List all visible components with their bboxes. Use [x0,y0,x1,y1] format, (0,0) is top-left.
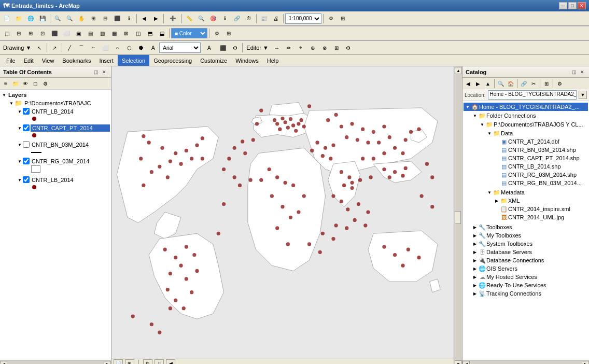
forward-button[interactable]: ▶ [150,13,162,24]
catalog-float-button[interactable]: ◫ [570,68,578,76]
cat-connect[interactable]: 🔗 [519,79,528,88]
cat-disconnect[interactable]: ✂ [529,79,538,88]
layer4-expand[interactable]: ▼ [17,158,23,165]
minimize-button[interactable]: ─ [559,2,567,9]
ed-btn5[interactable]: ⊗ [319,42,330,53]
catalog-close-button[interactable]: ✕ [579,68,586,76]
layer2-expand[interactable]: ▼ [17,124,23,132]
layer3-label[interactable]: CNTR_BN_03M_2014 [31,141,110,148]
drawing-label[interactable]: Drawing ▼ [1,44,33,52]
draw-polygon[interactable]: ⬡ [123,42,135,53]
menu-selection[interactable]: Selection [118,55,149,66]
layout-btn[interactable]: 📰 [258,13,270,24]
layers-label[interactable]: Layers [7,91,110,99]
map-scroll-up[interactable]: ▲ [455,67,462,74]
pdocs-expand[interactable]: ▼ [479,121,485,128]
map-refresh-btn[interactable]: ↻ [143,359,152,365]
tb2-6[interactable]: ⬜ [61,27,72,39]
layer5-expand[interactable]: ▼ [17,176,23,184]
save-button[interactable]: 💾 [37,13,48,24]
close-button[interactable]: ✕ [578,2,586,9]
select-button[interactable]: ⬛ [111,13,123,24]
cat-db-connections-row[interactable]: ▶ 🔌 Database Connections [471,256,588,264]
xml-folder-expand[interactable]: ▶ [494,197,500,204]
cat-up[interactable]: ▲ [483,79,493,88]
map-scroll-down[interactable]: ▼ [455,360,462,364]
menu-help[interactable]: Help [263,55,283,66]
hyperlink-button[interactable]: 🔗 [231,13,243,24]
cat-sys-toolboxes-row[interactable]: ▶ 🔧 System Toolboxes [471,240,588,248]
toc-list-selection[interactable]: ◻ [31,79,40,88]
maximize-button[interactable]: □ [568,2,577,9]
font-size[interactable]: A [201,42,217,53]
toc-folder-label[interactable]: P:\Documentos\TRABAJC [23,100,110,107]
toc-scroll-left[interactable]: ◀ [0,361,7,365]
add-data-button[interactable]: ➕ [165,13,180,24]
layer5-checkbox[interactable] [23,176,30,183]
zoom-to-layer-button[interactable]: ⊟ [100,13,111,24]
cat-metadata-row[interactable]: ▼ 📁 Metadata [485,188,588,197]
tb2-8[interactable]: ▤ [85,27,96,39]
layer1-expand[interactable]: ▼ [17,108,23,115]
color-dropdown[interactable]: ■ Color [171,28,207,38]
draw-curve[interactable]: ⌒ [76,42,87,53]
layer2-label[interactable]: CNTR_CAPT_PT_2014 [31,124,110,132]
ed-btn2[interactable]: ✏ [283,42,294,53]
draw-circle[interactable]: ○ [111,42,123,53]
cat-home[interactable]: 🏠 [506,79,515,88]
toc-options[interactable]: ⚙ [40,79,50,88]
cat-uml-row[interactable]: ▶ 🖼 CNTR_2014_UML.jpg [493,213,588,221]
toc-list-source[interactable]: 📁 [11,79,20,88]
map-area[interactable]: 📄 ⊞ ↻ ⏸ ◀ [111,66,454,364]
tb2-2[interactable]: ⊟ [13,27,24,39]
toolboxes-expand[interactable]: ▶ [472,223,478,231]
ed-btn3[interactable]: ⌖ [295,42,306,53]
layer1-checkbox[interactable] [23,108,30,115]
cat-cntr-capt-row[interactable]: ▶ ▤ CNTR_CAPT_PT_2014.shp [493,154,588,162]
cat-rtu-services-row[interactable]: ▶ 🌐 Ready-To-Use Services [471,281,588,289]
cat-my-toolboxes-row[interactable]: ▶ 🔧 My Toolboxes [471,231,588,240]
find-button[interactable]: 🔍 [195,13,207,24]
tb2-13[interactable]: ⬒ [144,27,156,39]
toc-hscroll[interactable]: ◀ ▶ [0,360,111,364]
map-data-view-btn[interactable]: ⊞ [125,359,134,365]
menu-insert[interactable]: Insert [95,55,118,66]
tb2-4[interactable]: ⊡ [37,27,48,39]
cat-cntr-bn-row[interactable]: ▶ ▤ CNTR_BN_03M_2014.shp [493,146,588,154]
db-conn-expand[interactable]: ▶ [472,257,478,264]
print-btn[interactable]: 🖨 [270,13,282,24]
draw-rect[interactable]: ⬜ [100,42,111,53]
tb2-3[interactable]: ⊞ [25,27,36,39]
toc-close-button[interactable]: ✕ [101,68,108,76]
identify-btn2[interactable]: ℹ [219,13,231,24]
scale-dropdown[interactable]: 1:100,000 [285,13,321,24]
ed-btn4[interactable]: ⊕ [307,42,318,53]
toc-float-button[interactable]: ◫ [92,68,100,76]
cat-options[interactable]: ⚙ [555,79,564,88]
menu-bookmarks[interactable]: Bookmarks [58,55,95,66]
data-expand[interactable]: ▼ [486,130,493,137]
layer4-checkbox[interactable] [23,158,30,164]
layer5-label[interactable]: CNTR_LB_2014 [31,176,110,184]
cat-inspire-row[interactable]: ▶ 📋 CNTR_2014_inspire.xml [493,205,588,213]
pan-button[interactable]: ✋ [76,13,87,24]
cat-folder-conn-row[interactable]: ▼ 📁 Folder Connections [471,111,588,120]
time-button[interactable]: ⏱ [243,13,255,24]
ed-more[interactable]: ⚙ [343,42,354,53]
measure-button[interactable]: 📏 [184,13,195,24]
zoom-out-button[interactable]: 🔍 [64,13,75,24]
tb2-10[interactable]: ▦ [108,27,120,39]
cat-cntr-rg-row[interactable]: ▶ ▤ CNTR_RG_03M_2014.shp [493,171,588,179]
cat-gis-servers-row[interactable]: ▶ 🌐 GIS Servers [471,264,588,273]
ed-btn6[interactable]: ⊞ [331,42,342,53]
draw-select[interactable]: ↖ [34,42,45,53]
rtu-expand[interactable]: ▶ [472,282,478,289]
cat-hosted-services-row[interactable]: ▶ ☁ My Hosted Services [471,273,588,281]
full-extent-button[interactable]: ⊞ [88,13,99,24]
my-toolboxes-expand[interactable]: ▶ [472,232,478,239]
more-row2[interactable]: ⚙ [211,27,222,39]
tb2-9[interactable]: ▥ [96,27,108,39]
map-page-btn[interactable]: 📄 [114,359,123,365]
tb2-7[interactable]: ▣ [73,27,84,39]
home-expand-icon[interactable]: ▼ [465,103,471,110]
